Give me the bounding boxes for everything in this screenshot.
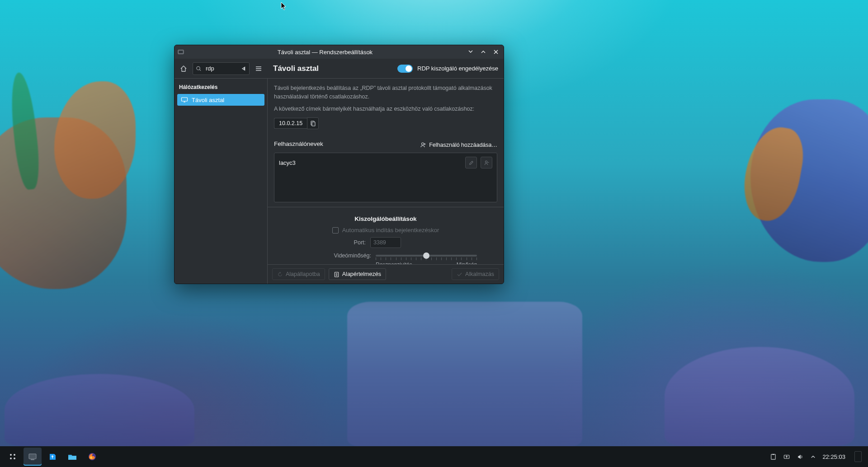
close-button[interactable] [491,47,501,57]
system-settings-window: Távoli asztal — Rendszerbeállítások [174,45,504,284]
network-tray-icon[interactable] [783,453,790,460]
home-button[interactable] [177,62,190,75]
monitor-icon [181,96,188,103]
clear-search-button[interactable] [241,65,246,71]
sidebar-item-label: Távoli asztal [192,97,224,103]
port-input[interactable]: 3389 [370,237,401,248]
footer: Alapállapotba Alapértelmezés Alkalmazás [268,264,504,284]
content-pane: Távoli bejelentkezés beállítása az „RDP”… [268,79,504,284]
server-settings-section: Kiszolgálóbeállítások Automatikus indítá… [268,207,504,264]
taskbar-discover[interactable] [43,448,61,466]
sidebar-section-networking: Hálózatkezelés [175,80,267,93]
sidebar-item-remote-desktop[interactable]: Távoli asztal [177,94,264,106]
video-quality-label: Videóminőség: [294,252,371,259]
app-icon [177,48,184,56]
description-text-1: Távoli bejelentkezés beállítása az „RDP”… [274,84,497,101]
copy-address-button[interactable] [307,117,319,129]
autostart-row[interactable]: Automatikus indítás bejelentkezéskor [274,227,497,234]
page-title: Távoli asztal [273,64,319,73]
sidebar: Hálózatkezelés Távoli asztal [175,79,268,284]
desktop: Távoli asztal — Rendszerbeállítások [0,0,868,467]
remove-user-button[interactable] [481,157,492,168]
reset-button[interactable]: Alapállapotba [272,268,325,280]
svg-point-10 [14,454,15,456]
wallpaper-shape [665,347,854,446]
svg-point-9 [10,454,12,456]
svg-rect-15 [68,456,76,460]
svg-rect-17 [771,454,775,459]
minimize-button[interactable] [466,47,476,57]
reset-label: Alapállapotba [286,271,320,277]
user-row[interactable]: lacyc3 [274,153,497,172]
server-settings-heading: Kiszolgálóbeállítások [274,215,497,222]
svg-rect-13 [29,454,36,459]
user-name: lacyc3 [279,159,462,166]
search-input[interactable] [205,65,237,72]
rdp-enable-toggle[interactable] [397,65,413,73]
menu-button[interactable] [252,62,265,75]
tray-expand-icon[interactable] [810,454,816,460]
user-list: lacyc3 [274,153,497,202]
add-user-button[interactable]: Felhasználó hozzáadása… [420,142,497,148]
search-field[interactable] [193,62,250,75]
show-desktop-button[interactable] [852,451,862,462]
apply-label: Alkalmazás [465,271,494,277]
address-value: 10.0.2.15 [274,118,307,129]
window-title: Távoli asztal — Rendszerbeállítások [187,49,463,56]
taskbar-dolphin[interactable] [63,448,81,466]
wallpaper-shape [5,374,194,446]
taskbar-firefox[interactable] [83,448,101,466]
search-icon [196,65,202,71]
svg-rect-14 [31,459,34,460]
svg-rect-18 [773,453,774,454]
autostart-label: Automatikus indítás bejelentkezéskor [342,227,439,234]
svg-point-12 [14,458,15,459]
svg-rect-3 [182,98,188,101]
svg-point-6 [422,143,424,145]
video-quality-slider[interactable] [376,252,477,260]
svg-point-2 [197,66,200,70]
edit-user-button[interactable] [465,157,477,168]
mouse-cursor [281,2,287,11]
svg-rect-5 [312,122,315,126]
svg-point-11 [10,458,12,459]
svg-point-7 [485,161,487,163]
port-label: Port: [289,239,366,246]
maximize-button[interactable] [478,47,488,57]
users-heading: Felhasználónevek [274,140,323,147]
taskbar-clock[interactable]: 22:25:03 [822,453,845,460]
volume-tray-icon[interactable] [797,453,804,460]
app-launcher-button[interactable] [4,448,22,466]
toolbar: Távoli asztal RDP kiszolgáló engedélyezé… [175,59,504,79]
titlebar[interactable]: Távoli asztal — Rendszerbeállítások [175,45,504,59]
clipboard-tray-icon[interactable] [770,453,777,460]
description-text-2: A következő címek bármelyikét használhat… [274,105,497,113]
rdp-enable-label: RDP kiszolgáló engedélyezése [417,65,498,72]
taskbar: 22:25:03 [0,446,868,467]
defaults-button[interactable]: Alapértelmezés [329,268,386,280]
wallpaper-shape [347,302,582,446]
taskbar-system-settings[interactable] [24,448,42,466]
autostart-checkbox[interactable] [332,227,339,234]
add-user-icon [420,142,426,148]
svg-rect-1 [179,51,183,53]
add-user-label: Felhasználó hozzáadása… [429,142,497,148]
defaults-label: Alapértelmezés [342,271,381,277]
apply-button[interactable]: Alkalmazás [452,268,499,280]
